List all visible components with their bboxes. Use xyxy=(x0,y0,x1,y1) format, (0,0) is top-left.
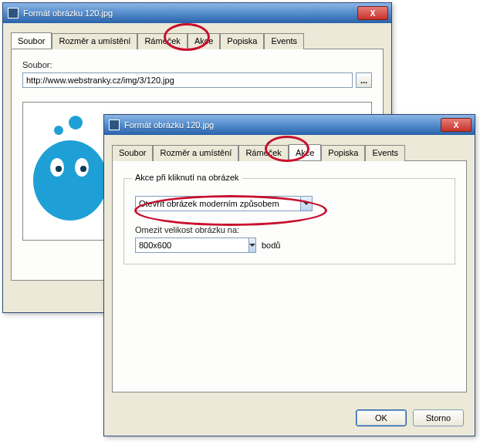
svg-point-4 xyxy=(80,166,86,172)
ok-button[interactable]: OK xyxy=(356,409,407,426)
limit-size-value[interactable] xyxy=(135,237,248,253)
action-combo[interactable] xyxy=(135,196,313,211)
titlebar[interactable]: Formát obrázku 120.jpg X xyxy=(104,115,475,135)
preview-image xyxy=(28,107,113,223)
svg-point-0 xyxy=(33,140,107,221)
tab-body-akce: Akce při kliknutí na obrázek Omezit veli… xyxy=(112,161,467,392)
close-button[interactable]: X xyxy=(357,6,388,20)
group-title: Akce při kliknutí na obrázek xyxy=(132,173,242,182)
browse-button[interactable]: ... xyxy=(356,72,372,88)
tab-rozmer[interactable]: Rozměr a umístění xyxy=(52,33,137,49)
group-click-action: Akce při kliknutí na obrázek Omezit veli… xyxy=(123,178,455,264)
svg-point-5 xyxy=(54,126,63,135)
tab-akce[interactable]: Akce xyxy=(289,144,321,160)
tab-popiska[interactable]: Popiska xyxy=(321,145,365,161)
tab-akce[interactable]: Akce xyxy=(188,33,220,49)
app-icon xyxy=(8,8,19,19)
tab-events[interactable]: Events xyxy=(365,145,405,161)
tabstrip: Soubor Rozměr a umístění Rámeček Akce Po… xyxy=(112,144,467,161)
svg-point-6 xyxy=(69,116,83,130)
tab-events[interactable]: Events xyxy=(264,33,304,49)
tab-ramecek[interactable]: Rámeček xyxy=(238,145,288,161)
limit-label: Omezit velikost obrázku na: xyxy=(135,225,444,234)
tab-rozmer[interactable]: Rozměr a umístění xyxy=(153,145,238,161)
file-label: Soubor: xyxy=(22,60,372,69)
dialog-footer: OK Storno xyxy=(356,409,464,426)
tab-ramecek[interactable]: Rámeček xyxy=(137,33,187,49)
action-combo-value[interactable] xyxy=(135,196,300,211)
close-button[interactable]: X xyxy=(441,118,472,132)
window-title: Formát obrázku 120.jpg xyxy=(124,120,441,130)
tab-soubor[interactable]: Soubor xyxy=(11,32,52,49)
tab-soubor[interactable]: Soubor xyxy=(112,145,153,161)
file-path-input[interactable] xyxy=(22,72,353,88)
dialog-image-format-front: Formát obrázku 120.jpg X Soubor Rozměr a… xyxy=(103,114,475,436)
chevron-down-icon[interactable] xyxy=(300,196,313,211)
limit-unit: bodů xyxy=(262,241,280,250)
app-icon xyxy=(109,120,120,130)
svg-point-3 xyxy=(56,166,62,172)
cancel-button[interactable]: Storno xyxy=(413,409,464,426)
tab-popiska[interactable]: Popiska xyxy=(220,33,264,49)
limit-size-combo[interactable] xyxy=(135,237,251,253)
window-title: Formát obrázku 120.jpg xyxy=(23,8,357,18)
tabstrip: Soubor Rozměr a umístění Rámeček Akce Po… xyxy=(11,32,384,49)
titlebar[interactable]: Formát obrázku 120.jpg X xyxy=(3,3,391,23)
chevron-down-icon[interactable] xyxy=(248,237,256,253)
